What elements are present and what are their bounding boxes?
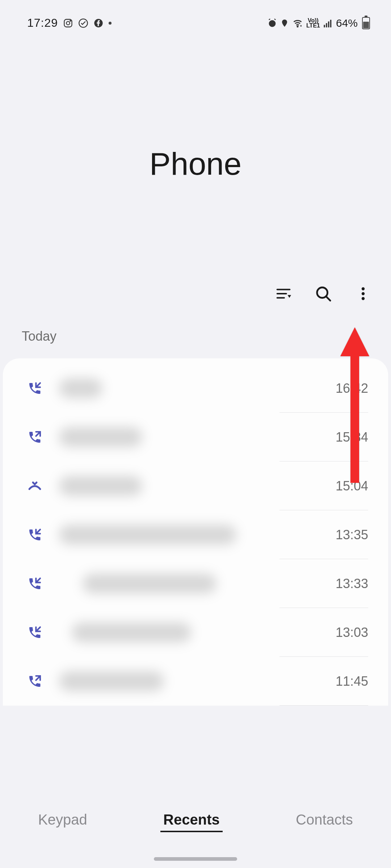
caller-name-redacted [59,671,164,691]
caller-name-redacted [59,378,102,398]
search-button[interactable] [313,284,333,303]
tab-contacts[interactable]: Contacts [293,810,356,829]
recent-calls-card: 16:42 15:34 15:04 [3,358,388,706]
signal-icon [323,18,333,28]
filter-button[interactable] [273,284,293,303]
section-label-today: Today [0,329,391,358]
status-left: 17:29 [27,16,112,30]
incoming-call-icon [26,527,43,543]
call-row[interactable]: 15:34 [3,413,388,461]
call-row[interactable]: 15:04 [3,461,388,510]
outgoing-call-icon [26,429,43,445]
call-time: 15:34 [321,430,368,445]
caller-name-redacted [72,622,191,642]
hero: Phone [0,30,391,284]
status-bar: 17:29 [0,0,391,30]
call-row[interactable]: 13:33 [3,559,388,608]
svg-point-17 [361,292,364,295]
gesture-bar[interactable] [154,857,237,861]
svg-rect-7 [324,25,325,27]
svg-rect-8 [326,23,327,27]
call-time: 13:33 [321,576,368,591]
status-time: 17:29 [27,16,58,30]
battery-percentage: 64% [336,17,358,29]
tab-keypad[interactable]: Keypad [35,810,90,829]
call-time: 13:03 [321,625,368,640]
call-row[interactable]: 16:42 [3,364,388,413]
svg-point-16 [361,287,364,290]
missed-call-icon [26,478,43,494]
call-row[interactable]: 13:03 [3,608,388,657]
svg-rect-9 [328,21,329,27]
svg-line-15 [326,297,330,301]
network-label: Vo)) LTE1 [306,18,320,28]
call-time: 11:45 [321,674,368,689]
call-row[interactable]: 11:45 [3,657,388,706]
call-time: 16:42 [321,381,368,396]
tab-recents[interactable]: Recents [160,810,223,832]
svg-point-1 [66,21,70,25]
toolbar [0,284,391,329]
call-time: 13:35 [321,527,368,542]
messenger-icon [78,18,88,28]
incoming-call-icon [26,380,43,396]
location-icon [280,18,289,28]
more-options-button[interactable] [353,284,373,303]
alarm-icon [267,18,277,28]
caller-name-redacted [59,525,236,545]
call-time: 15:04 [321,478,368,494]
status-right: Vo)) LTE1 64% [267,17,370,29]
svg-point-6 [297,26,298,27]
bottom-tabs: Keypad Recents Contacts [0,790,391,868]
outgoing-call-icon [26,673,43,689]
wifi-icon [292,18,303,28]
svg-point-2 [70,20,71,21]
instagram-icon [63,18,73,28]
battery-icon [362,17,370,29]
caller-name-redacted [59,427,142,447]
more-notifications-dot [109,22,112,25]
caller-name-redacted [83,574,216,593]
page-title: Phone [0,145,391,182]
svg-rect-10 [330,20,332,27]
facebook-icon [93,18,104,28]
caller-name-redacted [59,476,142,496]
incoming-call-icon [26,575,43,592]
svg-point-5 [269,20,276,27]
call-row[interactable]: 13:35 [3,510,388,559]
svg-point-18 [361,297,364,300]
incoming-call-icon [26,624,43,641]
